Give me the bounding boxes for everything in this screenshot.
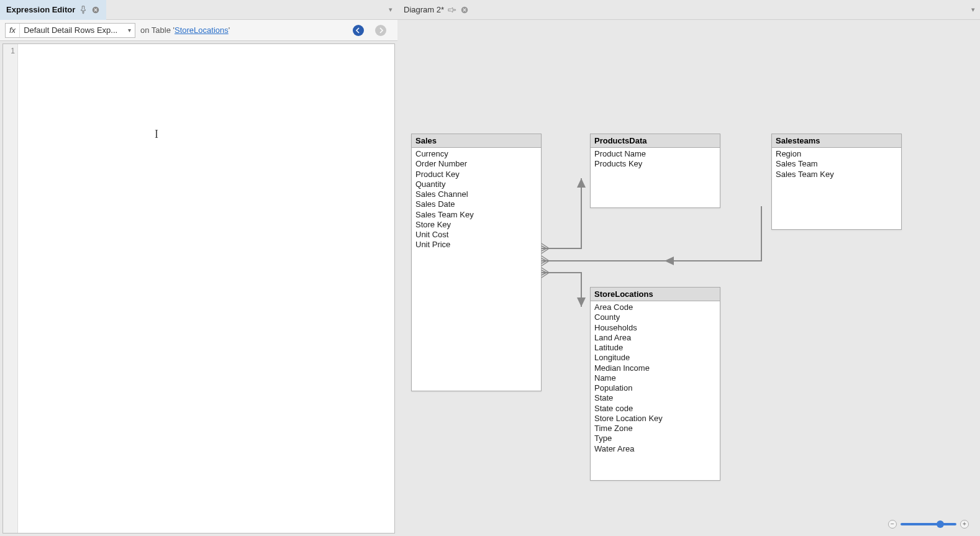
tab-label: Diagram 2* (404, 5, 444, 14)
table-header[interactable]: Sales (412, 134, 541, 148)
zoom-in-button[interactable]: + (960, 520, 969, 529)
nav-icons (353, 25, 392, 36)
property-selector[interactable]: fx Default Detail Rows Exp... ▾ (5, 23, 135, 38)
column-name[interactable]: Store Key (415, 220, 537, 230)
column-name[interactable]: Water Area (594, 444, 716, 454)
zoom-out-button[interactable]: − (888, 520, 897, 529)
pin-icon[interactable] (448, 6, 456, 14)
left-tab-bar: Expression Editor ▾ (0, 0, 397, 20)
column-name[interactable]: Latitude (594, 343, 716, 353)
column-name[interactable]: Sales Channel (415, 189, 537, 199)
svg-marker-3 (577, 298, 586, 307)
column-name[interactable]: Area Code (594, 302, 716, 312)
table-header[interactable]: StoreLocations (591, 288, 720, 301)
table-sales[interactable]: Sales CurrencyOrder NumberProduct KeyQua… (411, 134, 542, 391)
context-table-link[interactable]: StoreLocations (175, 25, 229, 35)
fx-icon: fx (6, 24, 20, 37)
column-name[interactable]: Order Number (415, 159, 537, 169)
column-name[interactable]: Product Key (415, 170, 537, 179)
column-name[interactable]: Store Location Key (594, 414, 716, 424)
column-name[interactable]: Time Zone (594, 424, 716, 434)
column-name[interactable]: Products Key (594, 159, 716, 169)
expression-editor-panel: Expression Editor ▾ fx Default Detail Ro… (0, 0, 397, 536)
diagram-canvas[interactable]: Sales CurrencyOrder NumberProduct KeyQua… (397, 20, 980, 536)
column-name[interactable]: Land Area (594, 333, 716, 343)
column-name[interactable]: Quantity (415, 179, 537, 189)
column-name[interactable]: Unit Price (415, 240, 537, 250)
column-name[interactable]: Type (594, 434, 716, 443)
svg-marker-4 (665, 257, 674, 265)
column-name[interactable]: Unit Cost (415, 230, 537, 240)
nav-forward-button (375, 25, 386, 36)
code-editor[interactable]: 1 I (2, 43, 395, 534)
column-name[interactable]: Region (776, 149, 897, 159)
context-prefix: on Table ' (140, 25, 175, 35)
column-name[interactable]: Currency (415, 149, 537, 159)
context-suffix: ' (229, 25, 230, 35)
table-columns: CurrencyOrder NumberProduct KeyQuantityS… (412, 148, 541, 254)
table-storelocations[interactable]: StoreLocations Area CodeCountyHouseholds… (590, 287, 720, 481)
tab-expression-editor[interactable]: Expression Editor (0, 0, 106, 20)
table-columns: RegionSales TeamSales Team Key (772, 148, 901, 183)
column-name[interactable]: State (594, 393, 716, 403)
line-gutter: 1 (3, 44, 18, 533)
tab-diagram[interactable]: Diagram 2* (397, 0, 475, 20)
column-name[interactable]: Population (594, 383, 716, 393)
close-icon[interactable] (460, 6, 469, 14)
svg-marker-2 (577, 178, 586, 188)
column-name[interactable]: County (594, 312, 716, 322)
table-header[interactable]: ProductsData (591, 134, 720, 148)
column-name[interactable]: Product Name (594, 149, 716, 159)
table-header[interactable]: Salesteams (772, 134, 901, 148)
tab-label: Expression Editor (6, 5, 75, 14)
expression-toolbar: fx Default Detail Rows Exp... ▾ on Table… (0, 20, 397, 41)
zoom-slider[interactable] (901, 523, 956, 525)
pin-icon[interactable] (79, 6, 88, 14)
diagram-panel: Diagram 2* ▾ Sales (397, 0, 980, 536)
column-name[interactable]: Sales Date (415, 199, 537, 209)
chevron-down-icon[interactable]: ▾ (124, 27, 135, 34)
text-cursor-icon: I (155, 128, 158, 141)
column-name[interactable]: Households (594, 323, 716, 333)
line-number: 1 (3, 47, 15, 55)
property-name: Default Detail Rows Exp... (20, 25, 124, 35)
panel-menu-caret[interactable]: ▾ (966, 6, 980, 14)
zoom-control: − + (888, 520, 969, 529)
column-name[interactable]: Sales Team (776, 159, 897, 169)
column-name[interactable]: Sales Team Key (415, 210, 537, 220)
column-name[interactable]: State code (594, 404, 716, 414)
right-tab-bar: Diagram 2* ▾ (397, 0, 980, 20)
column-name[interactable]: Median Income (594, 363, 716, 373)
nav-back-button[interactable] (353, 25, 364, 36)
table-productsdata[interactable]: ProductsData Product NameProducts Key (590, 134, 720, 208)
column-name[interactable]: Sales Team Key (776, 170, 897, 179)
table-columns: Product NameProducts Key (591, 148, 720, 173)
context-label: on Table 'StoreLocations' (140, 25, 230, 35)
close-icon[interactable] (91, 6, 100, 14)
table-salesteams[interactable]: Salesteams RegionSales TeamSales Team Ke… (771, 134, 902, 230)
panel-menu-caret[interactable]: ▾ (384, 6, 397, 14)
table-columns: Area CodeCountyHouseholdsLand AreaLatitu… (591, 301, 720, 458)
column-name[interactable]: Longitude (594, 353, 716, 363)
column-name[interactable]: Name (594, 373, 716, 383)
zoom-thumb[interactable] (937, 520, 944, 528)
code-area[interactable]: I (18, 44, 394, 533)
